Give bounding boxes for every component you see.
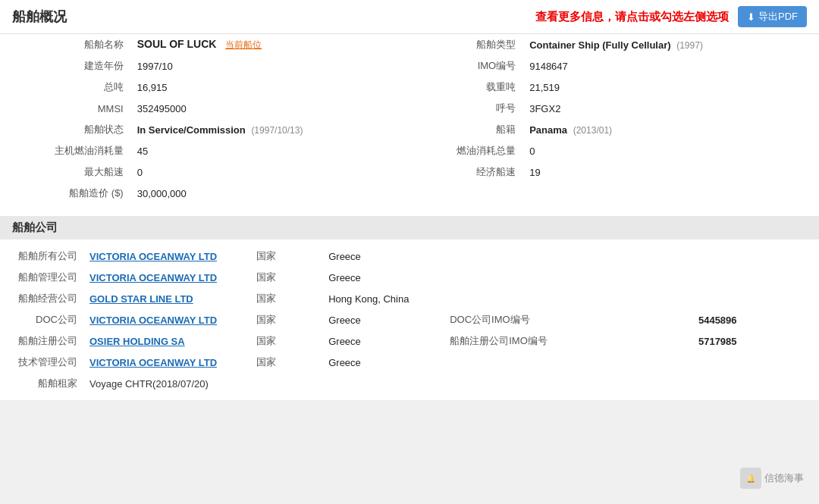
- value-max-speed: 0: [131, 161, 415, 183]
- table-row: 最大船速 0 经济船速 19: [12, 161, 807, 183]
- value-eco-speed: 19: [523, 161, 807, 183]
- label-total-fuel: 燃油消耗总量: [414, 140, 523, 161]
- status-text: In Service/Commission: [137, 124, 246, 136]
- label-eco-speed: 经济船速: [414, 161, 523, 183]
- label-callsign: 呼号: [414, 98, 523, 119]
- registry-link[interactable]: OSIER HOLDING SA: [89, 336, 185, 347]
- download-icon: ⬇: [747, 11, 755, 23]
- extra-value-operator: [692, 288, 807, 309]
- watermark-icon: 🔔: [740, 468, 761, 489]
- label-owner: 船舶所有公司: [12, 246, 83, 267]
- value-flag: Panama (2013/01): [523, 119, 807, 140]
- ship-type-text: Container Ship (Fully Cellular): [529, 39, 670, 51]
- flag-date: (2013/01): [573, 125, 612, 136]
- label-price: 船舶造价 ($): [12, 183, 131, 204]
- table-row: MMSI 352495000 呼号 3FGX2: [12, 98, 807, 119]
- label-max-speed: 最大船速: [12, 161, 131, 183]
- header-section: 船舶概况 查看更多信息，请点击或勾选左侧选项 ⬇ 导出PDF: [0, 0, 819, 34]
- value-registry: OSIER HOLDING SA: [83, 330, 250, 352]
- table-row: 船舶造价 ($) 30,000,000: [12, 183, 807, 204]
- extra2-value-charterer: [692, 373, 807, 394]
- table-row: 船舶名称 SOUL OF LUCK 当前船位 船舶类型 Container Sh…: [12, 34, 807, 55]
- label-gross-ton: 总吨: [12, 77, 131, 98]
- label-registry-imo: 船舶注册公司IMO编号: [444, 330, 692, 352]
- table-row: DOC公司 VICTORIA OCEANWAY LTD 国家 Greece DO…: [12, 309, 807, 330]
- extra-value-owner: [692, 246, 807, 267]
- label-ship-name: 船舶名称: [12, 34, 131, 55]
- label-charterer: 船舶租家: [12, 373, 83, 394]
- table-row: 建造年份 1997/10 IMO编号 9148647: [12, 55, 807, 77]
- value-charterer: Voyage CHTR(2018/07/20): [83, 373, 250, 394]
- value-doc: VICTORIA OCEANWAY LTD: [83, 309, 250, 330]
- extra-value-tech: [692, 352, 807, 373]
- label-status: 船舶状态: [12, 119, 131, 140]
- value-imo: 9148647: [523, 55, 807, 77]
- value-ship-type: Container Ship (Fully Cellular) (1997): [523, 34, 807, 55]
- label-country-owner: 国家: [250, 246, 322, 267]
- label-manager: 船舶管理公司: [12, 267, 83, 288]
- label-country-registry: 国家: [250, 330, 322, 352]
- value-main-fuel: 45: [131, 140, 415, 161]
- header-center: 查看更多信息，请点击或勾选左侧选项 ⬇ 导出PDF: [535, 6, 807, 27]
- extra-label-operator: [444, 288, 692, 309]
- status-date: (1997/10/13): [251, 125, 303, 136]
- table-row: 船舶状态 In Service/Commission (1997/10/13) …: [12, 119, 807, 140]
- label-country-operator: 国家: [250, 288, 322, 309]
- country-tech: Greece: [322, 352, 444, 373]
- value-build-year: 1997/10: [131, 55, 415, 77]
- ship-info-section: 船舶名称 SOUL OF LUCK 当前船位 船舶类型 Container Sh…: [0, 34, 819, 210]
- table-row: 总吨 16,915 载重吨 21,519: [12, 77, 807, 98]
- value-owner: VICTORIA OCEANWAY LTD: [83, 246, 250, 267]
- country-doc: Greece: [322, 309, 444, 330]
- export-pdf-button[interactable]: ⬇ 导出PDF: [738, 6, 807, 27]
- page-wrapper: 船舶概况 查看更多信息，请点击或勾选左侧选项 ⬇ 导出PDF 船舶名称 SOUL…: [0, 0, 819, 400]
- table-row: 船舶经营公司 GOLD STAR LINE LTD 国家 Hong Kong, …: [12, 288, 807, 309]
- value-total-fuel: 0: [523, 140, 807, 161]
- company-section: 船舶所有公司 VICTORIA OCEANWAY LTD 国家 Greece 船…: [0, 239, 819, 400]
- manager-link[interactable]: VICTORIA OCEANWAY LTD: [89, 272, 217, 283]
- value-doc-imo: 5445896: [692, 309, 807, 330]
- company-section-title: 船舶公司: [12, 221, 58, 233]
- watermark-icon-symbol: 🔔: [746, 474, 755, 483]
- flag-text: Panama: [529, 124, 567, 136]
- tech-link[interactable]: VICTORIA OCEANWAY LTD: [89, 357, 217, 368]
- label-ship-type: 船舶类型: [414, 34, 523, 55]
- label-country-doc: 国家: [250, 309, 322, 330]
- ship-info-table: 船舶名称 SOUL OF LUCK 当前船位 船舶类型 Container Sh…: [12, 34, 807, 204]
- table-row: 船舶所有公司 VICTORIA OCEANWAY LTD 国家 Greece: [12, 246, 807, 267]
- value-operator: GOLD STAR LINE LTD: [83, 288, 250, 309]
- value-deadweight: 21,519: [523, 77, 807, 98]
- label-mmsi: MMSI: [12, 98, 131, 119]
- country-owner: Greece: [322, 246, 444, 267]
- label-country-tech: 国家: [250, 352, 322, 373]
- label-operator: 船舶经营公司: [12, 288, 83, 309]
- operator-link[interactable]: GOLD STAR LINE LTD: [89, 293, 193, 305]
- table-row: 技术管理公司 VICTORIA OCEANWAY LTD 国家 Greece: [12, 352, 807, 373]
- table-row: 船舶管理公司 VICTORIA OCEANWAY LTD 国家 Greece: [12, 267, 807, 288]
- value-mmsi: 352495000: [131, 98, 415, 119]
- owner-link[interactable]: VICTORIA OCEANWAY LTD: [89, 251, 217, 262]
- country-operator: Hong Kong, China: [322, 288, 444, 309]
- value-registry-imo: 5717985: [692, 330, 807, 352]
- page-title: 船舶概况: [12, 8, 67, 26]
- extra-label-owner: [444, 246, 692, 267]
- export-label: 导出PDF: [758, 10, 798, 23]
- label-tech: 技术管理公司: [12, 352, 83, 373]
- country-manager: Greece: [322, 267, 444, 288]
- header-notice: 查看更多信息，请点击或勾选左侧选项: [535, 10, 729, 24]
- label-doc-imo: DOC公司IMO编号: [444, 309, 692, 330]
- doc-link[interactable]: VICTORIA OCEANWAY LTD: [89, 315, 217, 326]
- charterer-text: Voyage CHTR(2018/07/20): [89, 378, 209, 390]
- value-tech: VICTORIA OCEANWAY LTD: [83, 352, 250, 373]
- label-flag: 船籍: [414, 119, 523, 140]
- ship-name-text: SOUL OF LUCK: [137, 38, 217, 50]
- extra-label-charterer: [250, 373, 322, 394]
- watermark: 🔔 信德海事: [740, 468, 804, 489]
- current-position-link[interactable]: 当前船位: [225, 39, 262, 50]
- extra-value-charterer: [322, 373, 444, 394]
- company-table: 船舶所有公司 VICTORIA OCEANWAY LTD 国家 Greece 船…: [12, 246, 807, 394]
- extra-value-manager: [692, 267, 807, 288]
- value-gross-ton: 16,915: [131, 77, 415, 98]
- watermark-text: 信德海事: [764, 471, 804, 485]
- label-main-fuel: 主机燃油消耗量: [12, 140, 131, 161]
